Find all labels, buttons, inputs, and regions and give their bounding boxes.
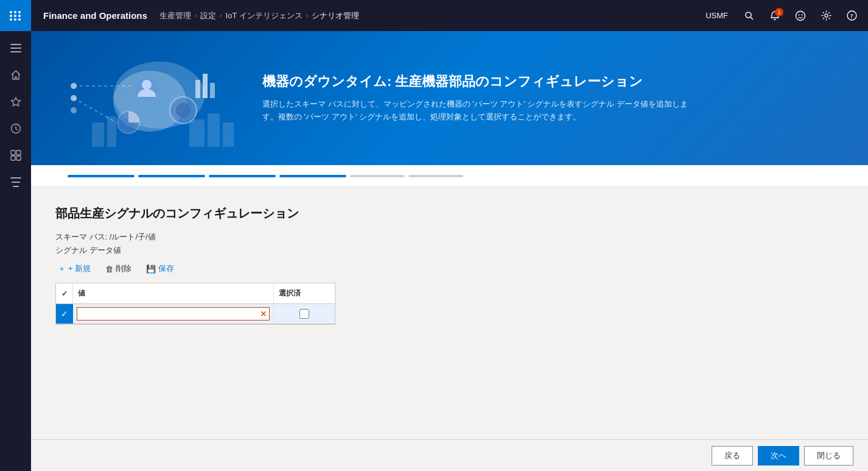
sidebar — [0, 31, 31, 471]
col-check-header: ✓ — [56, 283, 73, 303]
breadcrumb-item-1[interactable]: 設定 — [200, 10, 216, 21]
svg-rect-20 — [107, 116, 116, 147]
svg-rect-8 — [10, 44, 21, 45]
save-label: 保存 — [158, 263, 174, 274]
svg-rect-32 — [195, 80, 200, 98]
breadcrumb-sep-1: › — [220, 12, 222, 19]
search-button[interactable] — [738, 4, 761, 27]
close-button[interactable]: 閉じる — [804, 446, 853, 466]
svg-rect-17 — [12, 182, 20, 183]
progress-steps — [31, 165, 868, 187]
svg-line-1 — [751, 17, 753, 19]
delete-button[interactable]: 🗑 削除 — [103, 262, 134, 275]
new-label: + 新規 — [68, 263, 91, 274]
main-content: 機器のダウンタイム: 生産機器部品のコンフィギュレーション 選択したスキーマ パ… — [31, 31, 868, 471]
selected-checkbox[interactable] — [299, 309, 309, 319]
breadcrumb-item-2[interactable]: IoT インテリジェンス — [226, 10, 303, 21]
svg-rect-15 — [16, 156, 21, 160]
svg-rect-21 — [189, 119, 205, 147]
toolbar: ＋ + 新規 🗑 削除 💾 保存 — [55, 262, 844, 275]
svg-point-31 — [176, 103, 191, 118]
row-value-cell[interactable]: ✕ — [73, 304, 274, 324]
breadcrumb-item-0[interactable]: 生産管理 — [159, 10, 191, 21]
svg-rect-10 — [10, 51, 21, 52]
hero-description: 選択したスキーマ パスに対して、マッピングされた機器の 'パーツ アウト' シグ… — [262, 98, 688, 124]
schema-path-row: スキーマ パス: /ルート/子/値 — [55, 232, 844, 243]
step-5 — [350, 175, 405, 177]
notification-badge: 1 — [775, 8, 783, 16]
schema-path-value: /ルート/子/値 — [110, 232, 156, 241]
sidebar-favorites-icon[interactable] — [4, 90, 28, 114]
svg-rect-34 — [210, 83, 215, 98]
breadcrumb-sep-2: › — [306, 12, 308, 19]
settings-button[interactable] — [814, 4, 838, 27]
svg-point-5 — [825, 14, 828, 17]
grid-icon — [10, 11, 21, 21]
svg-rect-16 — [10, 177, 21, 179]
hero-title: 機器のダウンタイム: 生産機器部品のコンフィギュレーション — [262, 73, 844, 91]
save-icon: 💾 — [146, 264, 156, 274]
save-button[interactable]: 💾 保存 — [144, 262, 177, 275]
hero-text-content: 機器のダウンタイム: 生産機器部品のコンフィギュレーション 選択したスキーマ パ… — [250, 73, 844, 124]
hero-illustration — [55, 43, 250, 153]
svg-rect-13 — [16, 151, 21, 155]
delete-label: 削除 — [116, 263, 131, 274]
table-header: ✓ 値 選択済 — [56, 283, 335, 304]
smiley-button[interactable] — [789, 4, 812, 27]
data-table: ✓ 値 選択済 ✓ ✕ — [55, 283, 335, 325]
new-button[interactable]: ＋ + 新規 — [55, 262, 93, 275]
sidebar-menu-icon[interactable] — [4, 36, 28, 60]
svg-point-0 — [746, 12, 751, 18]
svg-rect-22 — [208, 113, 220, 147]
svg-rect-18 — [13, 186, 19, 187]
step-2 — [138, 175, 205, 177]
nav-right: USMF 1 ? — [698, 4, 868, 27]
breadcrumb-sep-0: › — [195, 12, 197, 19]
table-row: ✓ ✕ — [56, 304, 335, 324]
breadcrumb: 生産管理 › 設定 › IoT インテリジェンス › シナリオ管理 — [159, 10, 359, 21]
help-button[interactable]: ? — [840, 4, 863, 27]
svg-rect-14 — [11, 156, 15, 160]
svg-point-2 — [796, 11, 805, 20]
nav-left: Finance and Operations 生産管理 › 設定 › IoT イ… — [0, 0, 698, 31]
svg-point-4 — [802, 14, 803, 15]
breadcrumb-item-3[interactable]: シナリオ管理 — [312, 10, 359, 21]
section-title: 部品生産シグナルのコンフィギュレーション — [55, 205, 844, 222]
svg-point-36 — [71, 83, 77, 89]
row-check-cell: ✓ — [56, 304, 73, 324]
svg-rect-9 — [10, 48, 21, 49]
svg-rect-12 — [11, 151, 15, 155]
svg-point-37 — [71, 95, 77, 101]
input-wrapper: ✕ — [77, 307, 270, 320]
step-6 — [408, 175, 463, 177]
back-button[interactable]: 戻る — [712, 446, 753, 466]
app-grid-button[interactable] — [0, 0, 31, 31]
sidebar-modules-icon[interactable] — [4, 170, 28, 194]
clear-icon[interactable]: ✕ — [260, 309, 267, 319]
next-button[interactable]: 次へ — [758, 446, 799, 466]
svg-text:?: ? — [850, 13, 853, 19]
svg-point-38 — [71, 107, 77, 113]
col-value-header: 値 — [73, 283, 274, 303]
company-name: USMF — [698, 11, 735, 20]
svg-rect-23 — [223, 122, 234, 147]
svg-point-3 — [799, 14, 800, 15]
step-4 — [279, 175, 346, 177]
svg-rect-19 — [92, 122, 104, 147]
step-3 — [209, 175, 276, 177]
sidebar-workspaces-icon[interactable] — [4, 143, 28, 168]
top-navigation: Finance and Operations 生産管理 › 設定 › IoT イ… — [0, 0, 868, 31]
delete-icon: 🗑 — [105, 264, 113, 274]
step-1 — [68, 175, 135, 177]
bottom-bar: 戻る 次へ 閉じる — [31, 439, 868, 471]
schema-path-label: スキーマ パス: — [55, 232, 107, 241]
svg-rect-33 — [203, 74, 208, 98]
app-title: Finance and Operations — [31, 10, 159, 21]
row-selected-cell[interactable] — [274, 304, 335, 324]
notification-button[interactable]: 1 — [763, 4, 786, 27]
value-input[interactable] — [77, 307, 270, 320]
sidebar-recent-icon[interactable] — [4, 116, 28, 141]
col-selected-header: 選択済 — [274, 283, 335, 303]
sidebar-home-icon[interactable] — [4, 63, 28, 87]
page-body: 部品生産シグナルのコンフィギュレーション スキーマ パス: /ルート/子/値 シ… — [31, 187, 868, 471]
